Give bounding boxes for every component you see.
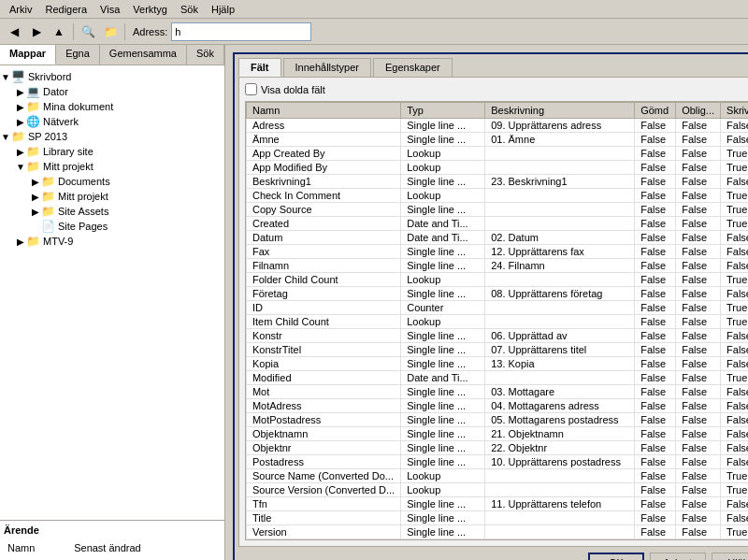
tree-item-mitt-projekt-1[interactable]: ▼ 📁 Mitt projekt xyxy=(0,159,224,174)
sp2013-icon: 📁 xyxy=(11,130,25,143)
col-typ: Typ xyxy=(401,103,485,119)
table-row[interactable]: Title Single line ... False False False xyxy=(246,511,748,525)
cell-hidden: False xyxy=(635,427,676,441)
cell-readonly: False xyxy=(721,287,748,301)
tree-item-library[interactable]: ▶ 📁 Library site xyxy=(0,144,224,159)
table-row[interactable]: Ämne Single line ... 01. Ämne False Fals… xyxy=(246,133,748,147)
show-hidden-label[interactable]: Visa dolda fält xyxy=(261,84,325,95)
table-row[interactable]: Source Name (Converted Do... Lookup Fals… xyxy=(246,469,748,483)
tab-mappar[interactable]: Mappar xyxy=(0,45,56,65)
search-button[interactable]: 🔍 xyxy=(78,22,98,42)
expand-docs[interactable]: ▶ xyxy=(30,177,41,187)
expand-mina[interactable]: ▶ xyxy=(15,102,26,112)
table-row[interactable]: Fax Single line ... 12. Upprättarens fax… xyxy=(246,245,748,259)
tree-item-documents[interactable]: ▶ 📁 Documents xyxy=(0,174,224,189)
cell-desc: 05. Mottagarens postadress xyxy=(485,413,635,427)
menu-visa[interactable]: Visa xyxy=(94,3,125,16)
tree-item-mina-dokument[interactable]: ▶ 📁 Mina dokument xyxy=(0,99,224,114)
expand-assets[interactable]: ▶ xyxy=(30,207,41,217)
skrivbord-icon: 🖥️ xyxy=(11,70,25,83)
table-row[interactable]: Copy Source Single line ... False False … xyxy=(246,203,748,217)
address-input[interactable] xyxy=(171,22,311,41)
table-row[interactable]: Datum Date and Ti... 02. Datum False Fal… xyxy=(246,231,748,245)
expand-sp2013[interactable]: ▼ xyxy=(0,132,11,142)
cell-desc xyxy=(485,483,635,497)
table-row[interactable]: MotAdress Single line ... 04. Mottagaren… xyxy=(246,399,748,413)
cancel-button[interactable]: Avbryt xyxy=(650,553,706,560)
table-row[interactable]: Tfn Single line ... 11. Upprättarens tel… xyxy=(246,497,748,511)
left-bottom: Ärende Namn Senast ändrad xyxy=(0,520,224,560)
cell-type: Lookup xyxy=(401,483,485,497)
table-row[interactable]: Beskrivning1 Single line ... 23. Beskriv… xyxy=(246,175,748,189)
table-row[interactable]: ID Counter False False True xyxy=(246,301,748,315)
expand-mitt2[interactable]: ▶ xyxy=(30,192,41,202)
table-row[interactable]: MotPostadress Single line ... 05. Mottag… xyxy=(246,413,748,427)
table-row[interactable]: Kopia Single line ... 13. Kopia False Fa… xyxy=(246,357,748,371)
tree-view[interactable]: ▼ 🖥️ Skrivbord ▶ 💻 Dator ▶ 📁 Mina dokume… xyxy=(0,65,224,520)
table-row[interactable]: Filnamn Single line ... 24. Filnamn Fals… xyxy=(246,259,748,273)
forward-button[interactable]: ▶ xyxy=(26,22,47,42)
table-row[interactable]: KonstrTitel Single line ... 07. Upprätta… xyxy=(246,343,748,357)
tab-gemensamma[interactable]: Gemensamma xyxy=(100,45,187,65)
show-hidden-checkbox[interactable] xyxy=(245,83,257,95)
tree-item-mtv9[interactable]: ▶ 📁 MTV-9 xyxy=(0,234,224,249)
cell-hidden: False xyxy=(635,525,676,539)
menu-hjalp[interactable]: Hjälp xyxy=(206,3,240,16)
tree-item-natverk[interactable]: ▶ 🌐 Nätverk xyxy=(0,114,224,129)
table-row[interactable]: Version Single line ... False False True xyxy=(246,525,748,539)
docs-icon: 📁 xyxy=(41,175,55,188)
table-row[interactable]: Check In Comment Lookup False False True xyxy=(246,189,748,203)
menu-arkiv[interactable]: Arkiv xyxy=(4,3,37,16)
help-button[interactable]: Hjälp xyxy=(712,553,748,560)
up-button[interactable]: ▲ xyxy=(49,22,69,42)
back-button[interactable]: ◀ xyxy=(4,22,24,42)
cell-name: Check In Comment xyxy=(246,189,400,203)
tab-egna[interactable]: Egna xyxy=(56,45,100,65)
tree-item-skrivbord[interactable]: ▼ 🖥️ Skrivbord xyxy=(0,69,224,84)
tree-item-site-assets[interactable]: ▶ 📁 Site Assets xyxy=(0,204,224,219)
menu-verktyg[interactable]: Verktyg xyxy=(127,3,173,16)
tab-sok[interactable]: Sök xyxy=(187,45,224,65)
menu-redigera[interactable]: Redigera xyxy=(39,3,93,16)
table-row[interactable]: App Modified By Lookup False False True xyxy=(246,161,748,175)
table-row[interactable]: Created Date and Ti... False False True xyxy=(246,217,748,231)
tree-item-sp2013[interactable]: ▼ 📁 SP 2013 xyxy=(0,129,224,144)
cell-required: False xyxy=(676,147,721,161)
cell-desc: 12. Upprättarens fax xyxy=(485,245,635,259)
table-row[interactable]: Modified Date and Ti... False False True xyxy=(246,371,748,385)
cell-readonly: True xyxy=(721,147,748,161)
address-label: Adress: xyxy=(133,26,167,37)
expand-mitt[interactable]: ▼ xyxy=(15,162,26,172)
table-row[interactable]: Item Child Count Lookup False False True xyxy=(246,315,748,329)
table-row[interactable]: Konstr Single line ... 06. Upprättad av … xyxy=(246,329,748,343)
table-row[interactable]: Folder Child Count Lookup False False Tr… xyxy=(246,273,748,287)
table-row[interactable]: Mot Single line ... 03. Mottagare False … xyxy=(246,385,748,399)
tree-item-site-pages[interactable]: 📄 Site Pages xyxy=(0,219,224,234)
tree-item-mitt-projekt-2[interactable]: ▶ 📁 Mitt projekt xyxy=(0,189,224,204)
tab-egenskaper[interactable]: Egenskaper xyxy=(373,58,453,77)
mina-icon: 📁 xyxy=(26,100,40,113)
table-row[interactable]: Adress Single line ... 09. Upprättarens … xyxy=(246,119,748,133)
tab-innehallstyper[interactable]: Innehållstyper xyxy=(283,58,372,77)
folder-button[interactable]: 📁 xyxy=(100,22,121,42)
table-container[interactable]: Namn Typ Beskrivning Gömd Oblig... Skriv… xyxy=(245,101,748,540)
ok-button[interactable]: OK xyxy=(588,553,644,560)
table-row[interactable]: Objektnamn Single line ... 21. Objektnam… xyxy=(246,427,748,441)
table-row[interactable]: Objektnr Single line ... 22. Objektnr Fa… xyxy=(246,441,748,455)
expand-library[interactable]: ▶ xyxy=(15,147,26,157)
cell-required: False xyxy=(676,301,721,315)
cell-required: False xyxy=(676,203,721,217)
expand-mtv9[interactable]: ▶ xyxy=(15,237,26,247)
table-row[interactable]: App Created By Lookup False False True xyxy=(246,147,748,161)
table-row[interactable]: Source Version (Converted D... Lookup Fa… xyxy=(246,483,748,497)
expand-dator[interactable]: ▶ xyxy=(15,87,26,97)
expand-skrivbord[interactable]: ▼ xyxy=(0,72,11,82)
tree-item-dator[interactable]: ▶ 💻 Dator xyxy=(0,84,224,99)
cell-readonly: False xyxy=(721,119,748,133)
cell-required: False xyxy=(676,371,721,385)
expand-natverk[interactable]: ▶ xyxy=(15,117,26,127)
menu-sok[interactable]: Sök xyxy=(175,3,204,16)
table-row[interactable]: Postadress Single line ... 10. Upprättar… xyxy=(246,455,748,469)
table-row[interactable]: Företag Single line ... 08. Upprättarens… xyxy=(246,287,748,301)
tab-falt[interactable]: Fält xyxy=(238,58,281,77)
